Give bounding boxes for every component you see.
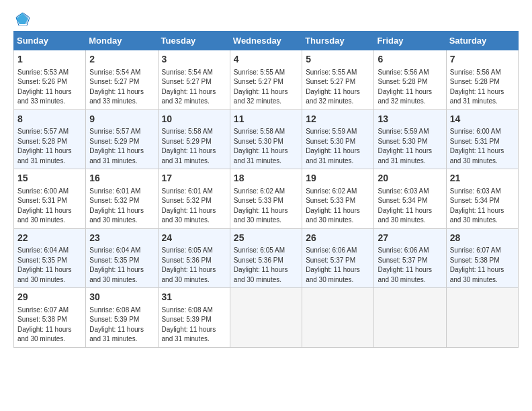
calendar-day-4: 4Sunrise: 5:55 AM Sunset: 5:27 PM Daylig… xyxy=(230,50,302,110)
calendar-header-friday: Friday xyxy=(374,32,446,50)
calendar-day-11: 11Sunrise: 5:58 AM Sunset: 5:30 PM Dayli… xyxy=(230,109,302,169)
day-info: Sunrise: 5:57 AM Sunset: 5:28 PM Dayligh… xyxy=(17,127,82,166)
day-number: 14 xyxy=(450,113,515,126)
day-info: Sunrise: 6:08 AM Sunset: 5:39 PM Dayligh… xyxy=(89,306,154,345)
calendar-week-row: 29Sunrise: 6:07 AM Sunset: 5:38 PM Dayli… xyxy=(14,288,519,348)
calendar-day-7: 7Sunrise: 5:56 AM Sunset: 5:28 PM Daylig… xyxy=(446,50,518,110)
calendar-day-empty xyxy=(446,288,518,348)
calendar-day-16: 16Sunrise: 6:01 AM Sunset: 5:32 PM Dayli… xyxy=(86,169,158,229)
day-info: Sunrise: 5:54 AM Sunset: 5:27 PM Dayligh… xyxy=(89,68,154,107)
day-info: Sunrise: 6:03 AM Sunset: 5:34 PM Dayligh… xyxy=(378,187,442,226)
day-number: 8 xyxy=(17,113,82,126)
day-number: 13 xyxy=(378,113,442,126)
calendar-day-9: 9Sunrise: 5:57 AM Sunset: 5:29 PM Daylig… xyxy=(86,109,158,169)
day-number: 24 xyxy=(162,232,226,245)
calendar-day-5: 5Sunrise: 5:55 AM Sunset: 5:27 PM Daylig… xyxy=(302,50,374,110)
day-number: 5 xyxy=(306,53,370,66)
day-number: 6 xyxy=(378,53,442,66)
calendar-day-30: 30Sunrise: 6:08 AM Sunset: 5:39 PM Dayli… xyxy=(86,288,158,348)
logo-icon xyxy=(15,11,30,26)
day-info: Sunrise: 6:02 AM Sunset: 5:33 PM Dayligh… xyxy=(306,187,370,226)
calendar-day-26: 26Sunrise: 6:06 AM Sunset: 5:37 PM Dayli… xyxy=(302,228,374,288)
day-number: 26 xyxy=(306,232,370,245)
day-info: Sunrise: 5:55 AM Sunset: 5:27 PM Dayligh… xyxy=(306,68,370,107)
day-info: Sunrise: 6:03 AM Sunset: 5:34 PM Dayligh… xyxy=(450,187,515,226)
calendar-header-tuesday: Tuesday xyxy=(158,32,230,50)
calendar-day-19: 19Sunrise: 6:02 AM Sunset: 5:33 PM Dayli… xyxy=(302,169,374,229)
day-number: 1 xyxy=(17,53,82,66)
day-info: Sunrise: 6:08 AM Sunset: 5:39 PM Dayligh… xyxy=(162,306,226,345)
calendar-day-2: 2Sunrise: 5:54 AM Sunset: 5:27 PM Daylig… xyxy=(86,50,158,110)
calendar-day-20: 20Sunrise: 6:03 AM Sunset: 5:34 PM Dayli… xyxy=(374,169,446,229)
day-number: 4 xyxy=(234,53,298,66)
day-number: 9 xyxy=(89,113,154,126)
day-number: 28 xyxy=(450,232,515,245)
day-info: Sunrise: 5:56 AM Sunset: 5:28 PM Dayligh… xyxy=(378,68,442,107)
calendar-week-row: 15Sunrise: 6:00 AM Sunset: 5:31 PM Dayli… xyxy=(14,169,519,229)
calendar-day-empty xyxy=(374,288,446,348)
day-number: 29 xyxy=(17,291,82,304)
calendar-day-empty xyxy=(302,288,374,348)
day-info: Sunrise: 6:05 AM Sunset: 5:36 PM Dayligh… xyxy=(162,246,226,285)
day-info: Sunrise: 5:57 AM Sunset: 5:29 PM Dayligh… xyxy=(89,127,154,166)
day-info: Sunrise: 6:07 AM Sunset: 5:38 PM Dayligh… xyxy=(450,246,515,285)
calendar-day-17: 17Sunrise: 6:01 AM Sunset: 5:32 PM Dayli… xyxy=(158,169,230,229)
logo xyxy=(13,11,30,26)
day-info: Sunrise: 6:01 AM Sunset: 5:32 PM Dayligh… xyxy=(162,187,226,226)
calendar-table: SundayMondayTuesdayWednesdayThursdayFrid… xyxy=(13,31,519,348)
day-number: 22 xyxy=(17,232,82,245)
day-number: 18 xyxy=(234,172,298,185)
calendar-day-empty xyxy=(230,288,302,348)
day-info: Sunrise: 5:54 AM Sunset: 5:27 PM Dayligh… xyxy=(162,68,226,107)
day-number: 3 xyxy=(162,53,226,66)
day-number: 30 xyxy=(89,291,154,304)
calendar-day-21: 21Sunrise: 6:03 AM Sunset: 5:34 PM Dayli… xyxy=(446,169,518,229)
calendar-day-24: 24Sunrise: 6:05 AM Sunset: 5:36 PM Dayli… xyxy=(158,228,230,288)
page-header xyxy=(13,11,519,26)
calendar-day-3: 3Sunrise: 5:54 AM Sunset: 5:27 PM Daylig… xyxy=(158,50,230,110)
day-info: Sunrise: 6:00 AM Sunset: 5:31 PM Dayligh… xyxy=(450,127,515,166)
calendar-day-27: 27Sunrise: 6:06 AM Sunset: 5:37 PM Dayli… xyxy=(374,228,446,288)
calendar-header-monday: Monday xyxy=(86,32,158,50)
calendar-header-saturday: Saturday xyxy=(446,32,518,50)
day-number: 15 xyxy=(17,172,82,185)
calendar-header-wednesday: Wednesday xyxy=(230,32,302,50)
calendar-header-row: SundayMondayTuesdayWednesdayThursdayFrid… xyxy=(14,32,519,50)
calendar-day-6: 6Sunrise: 5:56 AM Sunset: 5:28 PM Daylig… xyxy=(374,50,446,110)
calendar-day-10: 10Sunrise: 5:58 AM Sunset: 5:29 PM Dayli… xyxy=(158,109,230,169)
day-info: Sunrise: 5:56 AM Sunset: 5:28 PM Dayligh… xyxy=(450,68,515,107)
calendar-day-25: 25Sunrise: 6:05 AM Sunset: 5:36 PM Dayli… xyxy=(230,228,302,288)
day-number: 11 xyxy=(234,113,298,126)
calendar-week-row: 1Sunrise: 5:53 AM Sunset: 5:26 PM Daylig… xyxy=(14,50,519,110)
day-info: Sunrise: 6:06 AM Sunset: 5:37 PM Dayligh… xyxy=(306,246,370,285)
day-number: 21 xyxy=(450,172,515,185)
calendar-header-thursday: Thursday xyxy=(302,32,374,50)
day-number: 23 xyxy=(89,232,154,245)
calendar-day-28: 28Sunrise: 6:07 AM Sunset: 5:38 PM Dayli… xyxy=(446,228,518,288)
day-number: 31 xyxy=(162,291,226,304)
day-number: 20 xyxy=(378,172,442,185)
day-number: 17 xyxy=(162,172,226,185)
calendar-day-23: 23Sunrise: 6:04 AM Sunset: 5:35 PM Dayli… xyxy=(86,228,158,288)
calendar-day-29: 29Sunrise: 6:07 AM Sunset: 5:38 PM Dayli… xyxy=(14,288,86,348)
day-info: Sunrise: 5:59 AM Sunset: 5:30 PM Dayligh… xyxy=(378,127,442,166)
calendar-day-18: 18Sunrise: 6:02 AM Sunset: 5:33 PM Dayli… xyxy=(230,169,302,229)
calendar-day-14: 14Sunrise: 6:00 AM Sunset: 5:31 PM Dayli… xyxy=(446,109,518,169)
day-info: Sunrise: 6:04 AM Sunset: 5:35 PM Dayligh… xyxy=(89,246,154,285)
day-info: Sunrise: 6:02 AM Sunset: 5:33 PM Dayligh… xyxy=(234,187,298,226)
calendar-week-row: 22Sunrise: 6:04 AM Sunset: 5:35 PM Dayli… xyxy=(14,228,519,288)
calendar-day-12: 12Sunrise: 5:59 AM Sunset: 5:30 PM Dayli… xyxy=(302,109,374,169)
calendar-week-row: 8Sunrise: 5:57 AM Sunset: 5:28 PM Daylig… xyxy=(14,109,519,169)
day-info: Sunrise: 6:01 AM Sunset: 5:32 PM Dayligh… xyxy=(89,187,154,226)
day-number: 27 xyxy=(378,232,442,245)
day-info: Sunrise: 5:53 AM Sunset: 5:26 PM Dayligh… xyxy=(17,68,82,107)
day-info: Sunrise: 6:06 AM Sunset: 5:37 PM Dayligh… xyxy=(378,246,442,285)
day-number: 19 xyxy=(306,172,370,185)
day-info: Sunrise: 6:00 AM Sunset: 5:31 PM Dayligh… xyxy=(17,187,82,226)
day-info: Sunrise: 6:07 AM Sunset: 5:38 PM Dayligh… xyxy=(17,306,82,345)
day-number: 12 xyxy=(306,113,370,126)
day-info: Sunrise: 5:55 AM Sunset: 5:27 PM Dayligh… xyxy=(234,68,298,107)
day-info: Sunrise: 6:05 AM Sunset: 5:36 PM Dayligh… xyxy=(234,246,298,285)
day-number: 25 xyxy=(234,232,298,245)
day-info: Sunrise: 5:58 AM Sunset: 5:29 PM Dayligh… xyxy=(162,127,226,166)
